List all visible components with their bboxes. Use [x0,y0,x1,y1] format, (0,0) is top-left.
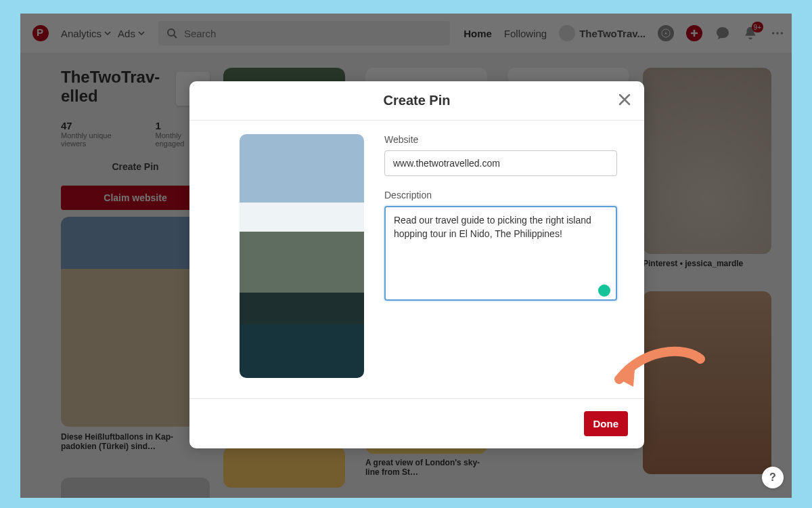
description-label: Description [384,190,617,200]
close-icon[interactable] [617,92,632,107]
done-button[interactable]: Done [584,411,629,436]
modal-title: Create Pin [384,93,451,108]
description-textarea[interactable] [384,206,617,301]
website-input[interactable] [384,150,617,176]
pin-image-preview[interactable] [240,134,364,378]
help-button[interactable]: ? [762,467,784,488]
create-pin-modal: Create Pin Website Description Done [189,81,644,448]
website-label: Website [384,134,617,145]
